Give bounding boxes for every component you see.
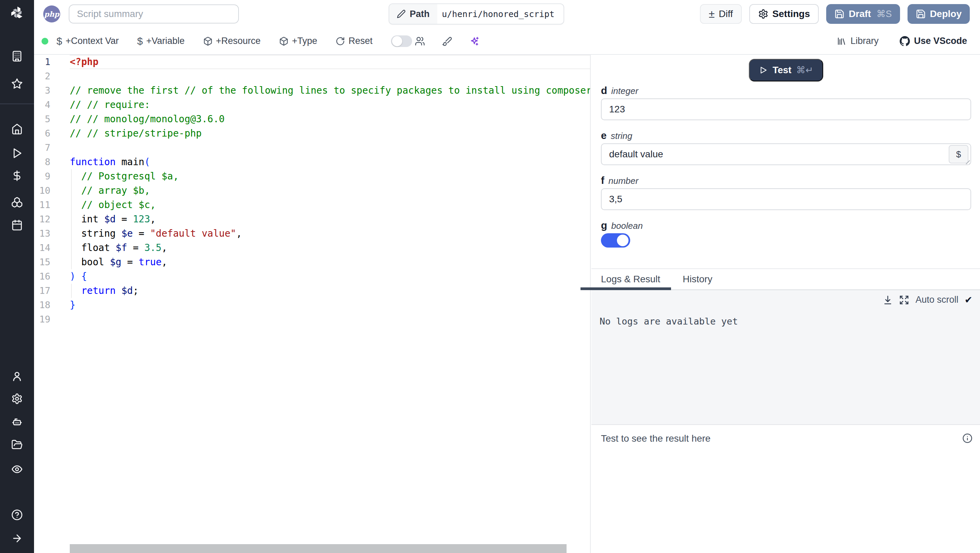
gutter: 12345678910111213141516171819 <box>34 55 70 327</box>
test-args-form: Test ⌘↵ d integer e string $ f number g … <box>592 55 980 268</box>
code-line[interactable]: } <box>70 298 590 312</box>
code-line[interactable] <box>70 141 590 155</box>
sidebar-item-settings[interactable] <box>0 393 34 405</box>
code-line[interactable]: int $d = 123, <box>70 212 590 226</box>
variable-picker-button[interactable]: $ <box>949 145 969 163</box>
add-variable-button[interactable]: $ +Variable <box>137 35 185 47</box>
line-number: 5 <box>34 112 70 126</box>
dollar-icon <box>11 170 23 182</box>
diff-label: Diff <box>719 8 733 19</box>
deploy-label: Deploy <box>930 8 962 19</box>
sidebar-expand-button[interactable] <box>0 532 34 544</box>
code-line[interactable]: float $f = 3.5, <box>70 241 590 255</box>
multiplayer-icon[interactable] <box>415 36 425 46</box>
draft-label: Draft <box>849 8 871 19</box>
field-d-input[interactable] <box>601 99 971 120</box>
code-line[interactable]: <?php <box>70 55 590 69</box>
sidebar-item-home[interactable] <box>0 123 34 135</box>
use-vscode-button[interactable]: Use VScode <box>900 36 967 46</box>
sidebar-item-workers[interactable] <box>0 416 34 428</box>
code-line[interactable]: // Postgresql $a, <box>70 169 590 183</box>
field-f-input[interactable] <box>601 188 971 210</box>
expand-icon[interactable] <box>899 295 909 305</box>
tab-logs-result[interactable]: Logs & Result <box>601 269 660 289</box>
field-name: e <box>601 130 607 141</box>
reset-button[interactable]: Reset <box>336 36 372 46</box>
path-value[interactable]: u/henri/honored_script <box>437 4 563 24</box>
field-type: string <box>611 131 633 141</box>
sidebar-item-schedules[interactable] <box>0 219 34 231</box>
download-icon[interactable] <box>883 295 893 305</box>
test-button[interactable]: Test ⌘↵ <box>749 59 823 81</box>
line-number: 6 <box>34 126 70 141</box>
add-type-button[interactable]: +Type <box>279 36 317 46</box>
play-icon <box>11 147 23 159</box>
code-line[interactable]: return $d; <box>70 284 590 298</box>
add-context-var-button[interactable]: $ +Context Var <box>56 35 119 47</box>
field-type: boolean <box>611 221 643 231</box>
sidebar-item-workspace[interactable] <box>0 50 34 62</box>
sidebar-item-user[interactable] <box>0 370 34 382</box>
line-number: 18 <box>34 298 70 312</box>
folder-open-icon <box>11 439 23 451</box>
diff-mode-toggle[interactable] <box>391 35 412 47</box>
windmill-logo-icon[interactable] <box>0 5 34 21</box>
code-line[interactable]: // object $c, <box>70 198 590 212</box>
field-name: g <box>601 220 607 231</box>
library-icon <box>837 37 846 46</box>
code-line[interactable]: // // monolog/monolog@3.6.0 <box>70 112 590 126</box>
line-number: 11 <box>34 198 70 212</box>
home-icon <box>11 123 23 135</box>
library-button[interactable]: Library <box>837 36 878 46</box>
info-icon[interactable] <box>962 433 972 443</box>
field-g-label: g boolean <box>601 220 971 231</box>
code-editor[interactable]: 12345678910111213141516171819 <?php// re… <box>34 55 591 553</box>
help-circle-icon <box>11 509 23 521</box>
use-vscode-label: Use VScode <box>914 36 967 46</box>
code-line[interactable] <box>70 69 590 83</box>
draft-button[interactable]: Draft ⌘S <box>826 4 900 24</box>
code-line[interactable]: // // stripe/stripe-php <box>70 126 590 141</box>
line-number: 15 <box>34 255 70 269</box>
eye-icon <box>11 464 23 475</box>
format-brush-icon[interactable] <box>442 36 452 46</box>
deploy-button[interactable]: Deploy <box>907 4 970 24</box>
sidebar-item-variables[interactable] <box>0 170 34 182</box>
diff-button[interactable]: ± Diff <box>700 4 742 24</box>
horizontal-scrollbar[interactable] <box>70 544 566 553</box>
sidebar-item-help[interactable] <box>0 509 34 521</box>
indent-guide <box>71 198 72 212</box>
code-line[interactable]: function main( <box>70 155 590 169</box>
code-line[interactable]: // // require: <box>70 98 590 112</box>
indent-guide <box>71 255 72 269</box>
code-line[interactable] <box>70 312 590 327</box>
field-e-input[interactable] <box>601 143 971 165</box>
code-line[interactable]: bool $g = true, <box>70 255 590 269</box>
building-icon <box>11 50 23 62</box>
check-icon[interactable]: ✔ <box>965 294 972 306</box>
field-g-toggle[interactable] <box>601 233 630 247</box>
code-line[interactable]: // remove the first // of the following … <box>70 83 590 98</box>
code-line[interactable]: ) { <box>70 269 590 284</box>
sidebar-item-resources[interactable] <box>0 196 34 208</box>
code-line[interactable]: // array $b, <box>70 183 590 198</box>
tab-history[interactable]: History <box>682 269 712 289</box>
line-number: 1 <box>34 55 70 69</box>
draft-shortcut: ⌘S <box>877 8 892 19</box>
path-group[interactable]: Path u/henri/honored_script <box>388 3 564 24</box>
dollar-icon: $ <box>137 35 143 47</box>
code-line[interactable]: string $e = "default value", <box>70 226 590 241</box>
settings-label: Settings <box>772 8 810 19</box>
sidebar-item-favorites[interactable] <box>0 78 34 89</box>
script-summary-input[interactable] <box>69 5 239 24</box>
robot-icon <box>11 416 23 428</box>
ai-sparkles-icon[interactable] <box>469 36 479 46</box>
sidebar-item-runs[interactable] <box>0 147 34 159</box>
line-number: 16 <box>34 269 70 284</box>
sidebar-item-audit[interactable] <box>0 464 34 475</box>
add-resource-button[interactable]: +Resource <box>203 36 261 46</box>
code-lines[interactable]: <?php// remove the first // of the follo… <box>70 55 590 327</box>
sidebar-item-folders[interactable] <box>0 439 34 451</box>
save-icon <box>834 9 845 19</box>
settings-button[interactable]: Settings <box>749 4 819 24</box>
